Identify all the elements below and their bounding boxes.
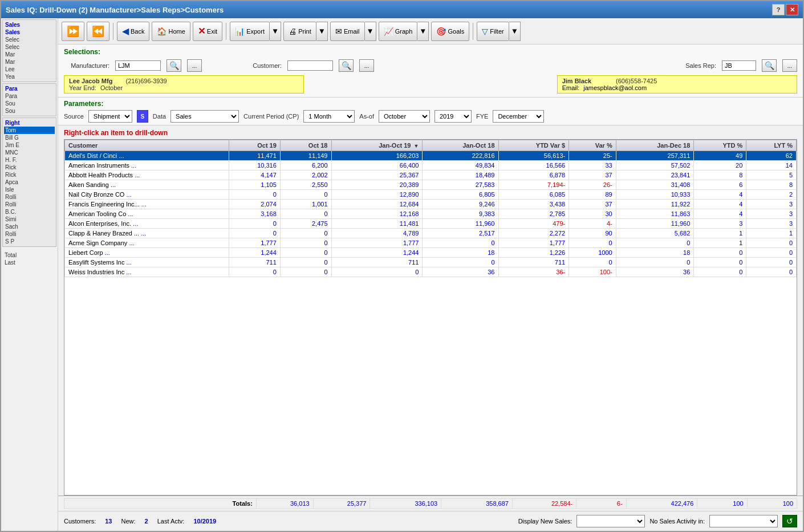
customer-dots[interactable]: ... [127, 239, 134, 246]
manufacturer-search-btn[interactable]: 🔍 [167, 59, 181, 72]
table-row[interactable]: American Tooling Co ...3,168012,1689,383… [65, 209, 797, 219]
sales-rep-dots-btn[interactable]: ... [782, 59, 797, 72]
data-table-container[interactable]: Customer Oct 19 Oct 18 Jan-Oct 19 ▼ Jan-… [64, 139, 797, 496]
sidebar-apca[interactable]: Apca [4, 178, 55, 186]
sidebar-h-f[interactable]: H. F. [4, 156, 55, 164]
sidebar-rolli3[interactable]: Rolli [4, 230, 55, 238]
customer-dots[interactable]: ... [129, 162, 136, 169]
customer-dots[interactable]: ... [131, 220, 138, 227]
table-row[interactable]: Weiss Industries Inc ...0003636-100-3600 [65, 267, 797, 277]
col-jan-oct19[interactable]: Jan-Oct 19 ▼ [331, 140, 423, 151]
email-button[interactable]: ✉ Email [330, 22, 365, 41]
source-select[interactable]: Shipment Orders Invoices [88, 110, 132, 123]
data-select[interactable]: Sales Margin Units [170, 110, 239, 123]
exit-button[interactable]: ✕ Exit [193, 22, 222, 41]
close-button[interactable]: ✕ [786, 4, 798, 15]
sidebar-sales2-label[interactable]: Sales [4, 29, 55, 36]
sidebar-selec[interactable]: Selec [4, 36, 55, 43]
cp-select[interactable]: 1 Month 3 Month 6 Month YTD [303, 110, 355, 123]
sidebar-simi[interactable]: Simi [4, 216, 55, 223]
col-oct19[interactable]: Oct 19 [229, 140, 281, 151]
customer-dots[interactable]: ... [124, 191, 131, 198]
customer-dots[interactable]: ... [124, 269, 131, 275]
sidebar-sou2[interactable]: Sou [4, 107, 55, 115]
nav-forward-button[interactable]: ⏩ [62, 22, 84, 41]
customer-search-btn[interactable]: 🔍 [339, 59, 354, 72]
export-dropdown[interactable]: ▼ [270, 22, 281, 41]
sidebar-last[interactable]: Last [3, 259, 55, 266]
sidebar-para2[interactable]: Para [4, 92, 55, 100]
back-button[interactable]: ◀ Back [117, 22, 149, 41]
table-row[interactable]: Alcon Enterprises, Inc. ...02,47511,4811… [65, 219, 797, 229]
customer-dots[interactable]: ... [117, 152, 124, 159]
manufacturer-dots-btn[interactable]: ... [187, 59, 202, 72]
sidebar-bill-g[interactable]: Bill G [4, 134, 55, 141]
print-button[interactable]: 🖨 Print [283, 22, 316, 41]
nav-back-list-button[interactable]: ⏪ [87, 22, 109, 41]
col-jan-oct18[interactable]: Jan-Oct 18 [423, 140, 498, 151]
table-row[interactable]: Liebert Corp ...1,24401,244181,226100018… [65, 248, 797, 258]
col-lyt-pct[interactable]: LYT % [746, 140, 797, 151]
table-row[interactable]: Clapp & Haney Brazed ... ...004,7892,517… [65, 229, 797, 238]
col-jan-dec18[interactable]: Jan-Dec 18 [616, 140, 694, 151]
customer-dots[interactable]: ... [133, 172, 140, 178]
col-ytd-var[interactable]: YTD Var $ [498, 140, 569, 151]
filter-dropdown[interactable]: ▼ [509, 22, 521, 41]
sidebar-sales-label[interactable]: Sales [4, 21, 55, 29]
customer-dots-btn[interactable]: ... [359, 59, 374, 72]
print-dropdown[interactable]: ▼ [316, 22, 328, 41]
sidebar-rolli2[interactable]: Rolli [4, 201, 55, 208]
sidebar-yea[interactable]: Yea [4, 73, 55, 80]
sidebar-mnc[interactable]: MNC [4, 149, 55, 156]
table-row[interactable]: Adel's Dist / Cinci ...11,47111,149166,2… [65, 151, 797, 161]
graph-dropdown[interactable]: ▼ [417, 22, 429, 41]
display-new-select[interactable] [576, 515, 645, 527]
sales-rep-input[interactable] [722, 60, 756, 71]
customer-dots[interactable]: ... [139, 230, 146, 237]
sidebar-sach[interactable]: Sach [4, 223, 55, 230]
col-ytd-pct[interactable]: YTD % [694, 140, 746, 151]
customer-dots[interactable]: ... [109, 181, 116, 188]
sidebar-rolli[interactable]: Rolli [4, 193, 55, 201]
sidebar-lee[interactable]: Lee [4, 66, 55, 73]
col-var-pct[interactable]: Var % [569, 140, 616, 151]
sidebar-mar[interactable]: Mar [4, 51, 55, 58]
customer-dots[interactable]: ... [126, 210, 133, 217]
customer-input[interactable] [287, 60, 333, 71]
sidebar-rick[interactable]: Rick [4, 164, 55, 171]
as-of-year-select[interactable]: 2019 201720182020 [435, 110, 472, 123]
customer-dots[interactable]: ... [124, 259, 131, 266]
sales-rep-search-btn[interactable]: 🔍 [762, 59, 777, 72]
table-row[interactable]: American Instruments ...10,3166,20066,40… [65, 161, 797, 170]
fye-select[interactable]: December JanuaryFebruaryMarchApril MayJu… [493, 110, 544, 123]
help-button[interactable]: ? [772, 4, 785, 15]
email-dropdown[interactable]: ▼ [365, 22, 376, 41]
sidebar-jim-e[interactable]: Jim E [4, 141, 55, 149]
graph-button[interactable]: 📈 Graph [379, 22, 418, 41]
sidebar-total[interactable]: Total [3, 251, 55, 259]
customer-dots[interactable]: ... [140, 201, 147, 208]
sidebar-sp[interactable]: S P [4, 238, 55, 245]
sidebar-para-label[interactable]: Para [4, 85, 55, 92]
sidebar-mar2[interactable]: Mar [4, 58, 55, 66]
export-button[interactable]: 📊 Export [230, 22, 270, 41]
col-customer[interactable]: Customer [65, 140, 229, 151]
table-row[interactable]: Acme Sign Company ...1,77701,77701,77700… [65, 238, 797, 248]
home-button[interactable]: 🏠 Home [152, 22, 190, 41]
table-row[interactable]: Francis Engineering Inc... ...2,0741,001… [65, 200, 797, 209]
refresh-button[interactable]: ↺ [782, 515, 797, 527]
as-of-month-select[interactable]: October JanuaryFebruaryMarchApril MayJun… [379, 110, 430, 123]
table-row[interactable]: Nail City Bronze CO ...0012,8906,8056,08… [65, 190, 797, 200]
table-row[interactable]: Aiken Sanding ...1,1052,55020,38927,5837… [65, 180, 797, 190]
filter-button[interactable]: ▽ Filter [477, 22, 509, 41]
table-row[interactable]: Abbott Health Products ...4,1472,00225,3… [65, 170, 797, 180]
sidebar-selec2[interactable]: Selec [4, 43, 55, 51]
manufacturer-input[interactable] [115, 60, 161, 71]
sidebar-bc[interactable]: B.C. [4, 208, 55, 216]
sidebar-right-label[interactable]: Right [4, 119, 55, 127]
table-row[interactable]: Easylift Systems Inc ...711071107110000 [65, 258, 797, 267]
sidebar-rick2[interactable]: Rick [4, 171, 55, 178]
sidebar-tom[interactable]: Tom [4, 127, 55, 134]
goals-button[interactable]: 🎯 Goals [431, 22, 469, 41]
col-oct18[interactable]: Oct 18 [280, 140, 331, 151]
